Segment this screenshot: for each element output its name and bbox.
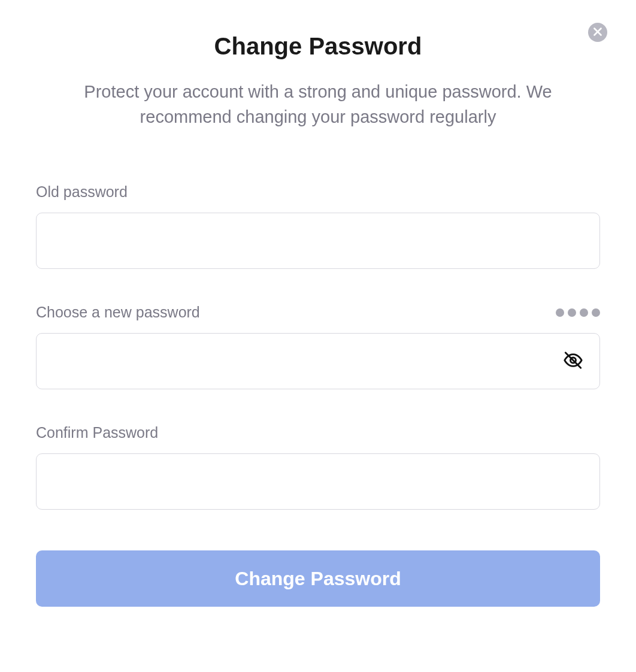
new-password-group: Choose a new password [36,304,600,389]
confirm-password-group: Confirm Password [36,424,600,510]
confirm-password-label: Confirm Password [36,424,158,441]
toggle-password-visibility-button[interactable] [559,347,587,376]
strength-dot-icon [568,308,576,317]
close-button[interactable] [588,23,607,42]
confirm-password-input[interactable] [36,453,600,510]
change-password-dialog: Change Password Protect your account wit… [0,0,636,607]
old-password-input[interactable] [36,213,600,269]
new-password-label: Choose a new password [36,304,200,321]
new-password-input[interactable] [36,333,600,389]
strength-dot-icon [592,308,600,317]
old-password-group: Old password [36,183,600,269]
eye-off-icon [563,350,583,373]
password-strength-indicator [556,308,600,317]
submit-button-label: Change Password [235,568,401,589]
close-icon [593,28,602,38]
dialog-title: Change Password [36,33,600,60]
dialog-subtitle: Protect your account with a strong and u… [72,79,564,129]
strength-dot-icon [580,308,588,317]
change-password-submit-button[interactable]: Change Password [36,550,600,607]
old-password-label: Old password [36,183,128,201]
strength-dot-icon [556,308,564,317]
